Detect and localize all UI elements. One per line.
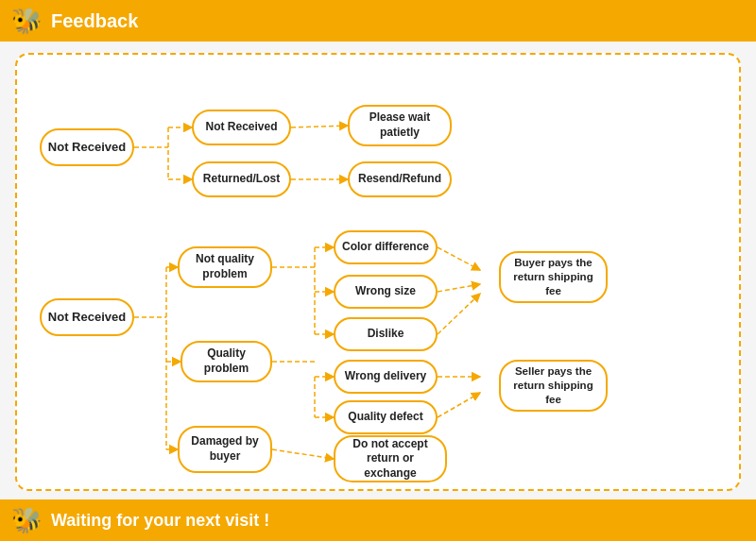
box-do-not-accept: Do not accept return or exchange (334, 435, 447, 482)
svg-line-23 (438, 284, 480, 292)
box-color-diff: Color difference (334, 230, 438, 264)
box-quality-defect: Quality defect (334, 400, 438, 434)
svg-line-26 (438, 393, 480, 417)
bee-icon-footer: 🐝 (11, 506, 42, 535)
flow-container: Not Received Not Received Returned/Lost … (26, 72, 730, 476)
box-not-received-right: Not Received (192, 110, 291, 145)
svg-line-5 (291, 126, 348, 127)
footer: 🐝 Waiting for your next visit ! (0, 499, 756, 541)
footer-title: Waiting for your next visit ! (51, 511, 269, 531)
box-not-quality: Not quality problem (178, 246, 272, 288)
box-wrong-delivery: Wrong delivery (334, 360, 438, 394)
box-quality-problem: Quality problem (180, 341, 272, 382)
box-wrong-size: Wrong size (334, 275, 438, 309)
box-buyer-pays: Buyer pays the return shipping fee (499, 251, 608, 303)
box-dislike: Dislike (334, 317, 438, 351)
box-resend-refund: Resend/Refund (348, 161, 452, 197)
box-not-received-1: Not Received (40, 128, 134, 166)
box-damaged-buyer: Damaged by buyer (178, 426, 272, 473)
svg-line-22 (438, 247, 480, 270)
box-returned-lost: Returned/Lost (192, 161, 291, 197)
box-not-received-2: Not Received (40, 298, 134, 336)
svg-line-21 (272, 449, 334, 459)
svg-line-24 (438, 294, 480, 334)
box-seller-pays: Seller pays the return shipping fee (499, 360, 608, 412)
header-title: Feedback (51, 10, 138, 32)
bee-icon-header: 🐝 (11, 7, 42, 36)
header: 🐝 Feedback (0, 0, 756, 42)
main-card: Not Received Not Received Returned/Lost … (15, 53, 741, 491)
box-please-wait: Please wait patietly (348, 105, 452, 146)
